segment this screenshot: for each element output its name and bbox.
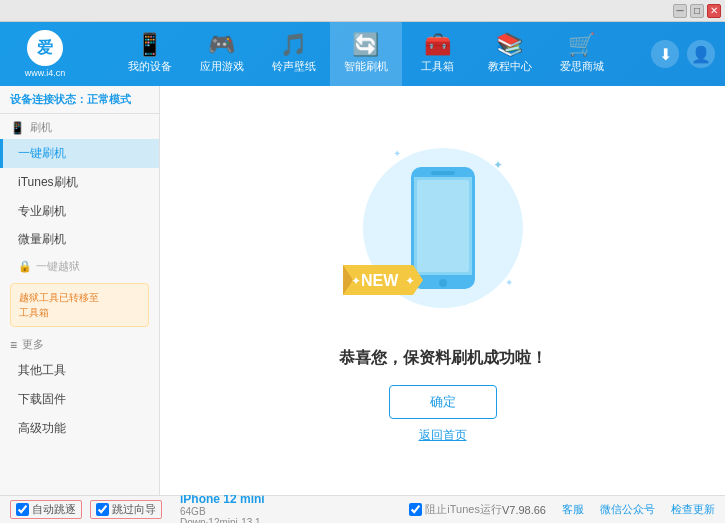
nav-apps-icon: 🎮 xyxy=(208,34,235,56)
sidebar-item-pro-flash[interactable]: 专业刷机 xyxy=(0,197,159,226)
device-info: iPhone 12 mini 64GB Down·12mini-13,1 xyxy=(180,492,265,524)
svg-rect-2 xyxy=(431,171,455,175)
title-bar: ─ □ ✕ xyxy=(0,0,725,22)
nav-tutorial-icon: 📚 xyxy=(496,34,523,56)
success-text: 恭喜您，保资料刷机成功啦！ xyxy=(339,348,547,369)
nav-tutorial-label: 教程中心 xyxy=(488,59,532,74)
nav-my-device[interactable]: 📱 我的设备 xyxy=(114,22,186,86)
svg-text:✦: ✦ xyxy=(405,274,415,288)
logo-area: 爱 www.i4.cn xyxy=(10,30,80,78)
nav-ringtones-label: 铃声壁纸 xyxy=(272,59,316,74)
nav-items: 📱 我的设备 🎮 应用游戏 🎵 铃声壁纸 🔄 智能刷机 🧰 工具箱 📚 教程中心… xyxy=(90,22,641,86)
sidebar-section-jailbreak: 🔒 一键越狱 xyxy=(0,254,159,279)
maximize-btn[interactable]: □ xyxy=(690,4,704,18)
success-illustration: ✦ ✦ ✦ xyxy=(353,138,533,318)
sidebar-item-advanced[interactable]: 高级功能 xyxy=(0,414,159,443)
pro-flash-label: 专业刷机 xyxy=(18,204,66,218)
itunes-flash-label: iTunes刷机 xyxy=(18,175,78,189)
svg-text:NEW: NEW xyxy=(361,272,399,289)
new-badge-svg: ✦ NEW ✦ xyxy=(343,255,433,305)
skip-wizard-label: 跳过向导 xyxy=(112,502,156,517)
nav-device-icon: 📱 xyxy=(136,34,163,56)
nav-ringtones[interactable]: 🎵 铃声壁纸 xyxy=(258,22,330,86)
device-storage: 64GB xyxy=(180,506,265,517)
nav-apps-label: 应用游戏 xyxy=(200,59,244,74)
nav-device-label: 我的设备 xyxy=(128,59,172,74)
confirm-button[interactable]: 确定 xyxy=(389,385,497,419)
back-home-link[interactable]: 返回首页 xyxy=(419,427,467,444)
micro-flash-label: 微量刷机 xyxy=(18,232,66,246)
status-label: 设备连接状态： xyxy=(10,93,87,105)
sparkle-3: ✦ xyxy=(505,277,513,288)
nav-toolbox-label: 工具箱 xyxy=(421,59,454,74)
phone-container: ✦ ✦ ✦ xyxy=(353,138,533,318)
flash-section-icon: 📱 xyxy=(10,121,25,135)
bottom-bar: 自动跳逐 跳过向导 iPhone 12 mini 64GB Down·12min… xyxy=(0,495,725,523)
sidebar-item-download-firmware[interactable]: 下载固件 xyxy=(0,385,159,414)
more-section-title: 更多 xyxy=(22,337,44,352)
jailbreak-note-text: 越狱工具已转移至 工具箱 xyxy=(19,292,99,318)
nav-shop[interactable]: 🛒 爱思商城 xyxy=(546,22,618,86)
status-value: 正常模式 xyxy=(87,93,131,105)
svg-point-3 xyxy=(439,279,447,287)
close-btn[interactable]: ✕ xyxy=(707,4,721,18)
download-btn[interactable]: ⬇ xyxy=(651,40,679,68)
content-area: ✦ ✦ ✦ xyxy=(160,86,725,495)
nav-ringtones-icon: 🎵 xyxy=(280,34,307,56)
advanced-label: 高级功能 xyxy=(18,421,66,435)
nav-apps-games[interactable]: 🎮 应用游戏 xyxy=(186,22,258,86)
wechat-public-link[interactable]: 微信公众号 xyxy=(600,502,655,517)
sparkle-2: ✦ xyxy=(393,148,401,159)
nav-smart-flash[interactable]: 🔄 智能刷机 xyxy=(330,22,402,86)
header: 爱 www.i4.cn 📱 我的设备 🎮 应用游戏 🎵 铃声壁纸 🔄 智能刷机 … xyxy=(0,22,725,86)
other-tools-label: 其他工具 xyxy=(18,363,66,377)
sidebar-item-other-tools[interactable]: 其他工具 xyxy=(0,356,159,385)
sidebar-item-itunes-flash[interactable]: iTunes刷机 xyxy=(0,168,159,197)
customer-service-link[interactable]: 客服 xyxy=(562,502,584,517)
sparkle-1: ✦ xyxy=(493,158,503,172)
sidebar-item-micro-flash[interactable]: 微量刷机 xyxy=(0,225,159,254)
sidebar-section-flash: 📱 刷机 xyxy=(0,114,159,139)
sidebar-item-one-click-flash[interactable]: 一键刷机 xyxy=(0,139,159,168)
new-badge: ✦ NEW ✦ xyxy=(343,255,433,308)
logo-symbol: 爱 xyxy=(37,38,53,59)
jailbreak-note: 越狱工具已转移至 工具箱 xyxy=(10,283,149,327)
nav-shop-icon: 🛒 xyxy=(568,34,595,56)
svg-text:✦: ✦ xyxy=(351,274,361,288)
skip-wizard-checkbox[interactable] xyxy=(96,503,109,516)
jailbreak-title: 一键越狱 xyxy=(36,259,80,274)
bottom-right: V7.98.66 客服 微信公众号 检查更新 xyxy=(502,502,715,517)
nav-tutorial[interactable]: 📚 教程中心 xyxy=(474,22,546,86)
auto-jump-label: 自动跳逐 xyxy=(32,502,76,517)
auto-jump-checkbox[interactable] xyxy=(16,503,29,516)
nav-toolbox-icon: 🧰 xyxy=(424,34,451,56)
version-text: V7.98.66 xyxy=(502,504,546,516)
logo-circle: 爱 xyxy=(27,30,63,66)
check-update-link[interactable]: 检查更新 xyxy=(671,502,715,517)
logo-url: www.i4.cn xyxy=(25,68,66,78)
stop-itunes-checkbox[interactable] xyxy=(409,503,422,516)
nav-toolbox[interactable]: 🧰 工具箱 xyxy=(402,22,474,86)
sidebar-section-more: ≡ 更多 xyxy=(0,331,159,356)
auto-jump-checkbox-label[interactable]: 自动跳逐 xyxy=(10,500,82,519)
user-btn[interactable]: 👤 xyxy=(687,40,715,68)
flash-section-title: 刷机 xyxy=(30,120,52,135)
device-detail: Down·12mini-13,1 xyxy=(180,517,265,524)
header-right: ⬇ 👤 xyxy=(651,40,715,68)
status-bar: 设备连接状态：正常模式 xyxy=(0,86,159,114)
more-section-icon: ≡ xyxy=(10,338,17,352)
stop-itunes-label: 阻止iTunes运行 xyxy=(425,502,502,517)
lock-icon: 🔒 xyxy=(18,260,32,273)
bottom-left: 自动跳逐 跳过向导 iPhone 12 mini 64GB Down·12min… xyxy=(10,492,409,524)
stop-itunes-area: 阻止iTunes运行 xyxy=(409,502,502,517)
one-click-flash-label: 一键刷机 xyxy=(18,146,66,160)
sidebar: 设备连接状态：正常模式 📱 刷机 一键刷机 iTunes刷机 专业刷机 微量刷机… xyxy=(0,86,160,495)
nav-flash-icon: 🔄 xyxy=(352,34,379,56)
nav-shop-label: 爱思商城 xyxy=(560,59,604,74)
skip-wizard-checkbox-label[interactable]: 跳过向导 xyxy=(90,500,162,519)
download-firmware-label: 下载固件 xyxy=(18,392,66,406)
nav-flash-label: 智能刷机 xyxy=(344,59,388,74)
main-layout: 设备连接状态：正常模式 📱 刷机 一键刷机 iTunes刷机 专业刷机 微量刷机… xyxy=(0,86,725,495)
minimize-btn[interactable]: ─ xyxy=(673,4,687,18)
